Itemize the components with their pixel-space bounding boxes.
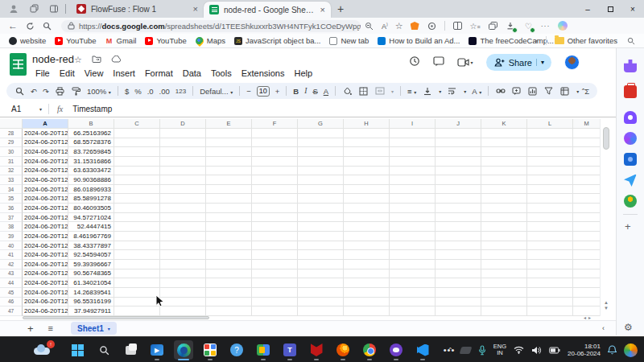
cell-empty[interactable] bbox=[114, 175, 160, 185]
cell-empty[interactable] bbox=[114, 241, 160, 251]
row-number[interactable]: 47 bbox=[0, 306, 23, 316]
contacts-icon[interactable] bbox=[624, 111, 637, 124]
cell-empty[interactable] bbox=[252, 213, 298, 223]
cell-empty[interactable] bbox=[252, 147, 298, 157]
cell-value[interactable]: 38.43377897 bbox=[68, 241, 114, 251]
google-sheets-logo[interactable] bbox=[10, 53, 27, 76]
cell-timestamp[interactable]: 2024-06-20T12:2 bbox=[23, 269, 68, 279]
cell-empty[interactable] bbox=[160, 241, 206, 251]
cell-empty[interactable] bbox=[390, 157, 436, 167]
cell-empty[interactable] bbox=[527, 213, 573, 223]
cell-empty[interactable] bbox=[390, 167, 436, 176]
cell-empty[interactable] bbox=[206, 167, 252, 176]
horizontal-scrollbar-thumb[interactable] bbox=[23, 316, 209, 320]
cell-empty[interactable] bbox=[573, 298, 600, 307]
menu-extensions[interactable]: Extensions bbox=[237, 68, 290, 79]
cell-empty[interactable] bbox=[481, 222, 527, 232]
vertical-scrollbar-thumb[interactable] bbox=[603, 127, 609, 150]
cell-empty[interactable] bbox=[573, 129, 600, 138]
cell-value[interactable]: 14.26839541 bbox=[68, 288, 114, 298]
taskbar-office-icon[interactable] bbox=[200, 340, 220, 360]
cell-empty[interactable] bbox=[481, 157, 527, 167]
cell-timestamp[interactable]: 2024-06-20T12:2 bbox=[23, 298, 68, 307]
cell-empty[interactable] bbox=[298, 232, 344, 241]
increase-decimal-button[interactable]: .00 bbox=[159, 87, 170, 96]
cell-empty[interactable] bbox=[298, 147, 344, 157]
cell-empty[interactable] bbox=[160, 157, 206, 167]
cell-empty[interactable] bbox=[481, 306, 527, 316]
share-button[interactable]: Share ▾ bbox=[486, 54, 551, 71]
insert-chart-icon[interactable] bbox=[527, 86, 538, 97]
column-header-B[interactable]: B bbox=[68, 119, 114, 129]
paint-format-icon[interactable] bbox=[71, 86, 81, 97]
cell-timestamp[interactable]: 2024-06-20T12:2 bbox=[23, 232, 68, 241]
people-widget-icon[interactable] bbox=[624, 343, 638, 357]
cell-empty[interactable] bbox=[252, 167, 298, 176]
cell-value[interactable]: 52.4447415 bbox=[68, 222, 114, 232]
cell-empty[interactable] bbox=[206, 213, 252, 223]
cell-value[interactable]: 90.56748365 bbox=[68, 269, 114, 279]
text-wrap-icon[interactable] bbox=[447, 86, 457, 97]
cell-empty[interactable] bbox=[573, 278, 600, 288]
merge-cells-icon[interactable] bbox=[374, 86, 385, 97]
version-history-icon[interactable] bbox=[409, 56, 420, 70]
taskbar-taskview-icon[interactable] bbox=[121, 340, 140, 360]
column-header-J[interactable]: J bbox=[436, 119, 481, 129]
cell-timestamp[interactable]: 2024-06-20T12:2 bbox=[23, 194, 68, 204]
borders-icon[interactable] bbox=[358, 86, 369, 97]
cell-empty[interactable] bbox=[573, 213, 600, 223]
other-favorites-button[interactable]: Other favorites bbox=[555, 36, 617, 45]
cell-empty[interactable] bbox=[436, 269, 481, 279]
formula-input[interactable]: Timestamp bbox=[72, 105, 112, 113]
cell-empty[interactable] bbox=[390, 269, 436, 279]
taskbar-start-icon[interactable] bbox=[68, 340, 87, 360]
cell-empty[interactable] bbox=[206, 269, 252, 279]
cell-empty[interactable] bbox=[436, 298, 481, 307]
cell-empty[interactable] bbox=[481, 129, 527, 138]
column-header-D[interactable]: D bbox=[160, 119, 206, 129]
cell-timestamp[interactable]: 2024-06-20T12:2 bbox=[23, 167, 68, 176]
lock-icon[interactable] bbox=[68, 21, 75, 31]
cell-timestamp[interactable]: 2024-06-20T12:2 bbox=[23, 306, 68, 316]
column-header-A[interactable]: A bbox=[23, 119, 68, 129]
select-all-corner[interactable] bbox=[0, 119, 23, 129]
copilot-icon[interactable] bbox=[558, 21, 568, 31]
bold-button[interactable]: B bbox=[293, 87, 299, 96]
cell-empty[interactable] bbox=[206, 157, 252, 167]
name-box-caret-icon[interactable]: ▾ bbox=[39, 106, 42, 112]
cell-empty[interactable] bbox=[344, 213, 390, 223]
microphone-icon[interactable] bbox=[478, 345, 486, 356]
cell-empty[interactable] bbox=[573, 232, 600, 241]
bookmark-new-tab[interactable]: New tab bbox=[329, 36, 369, 45]
cell-empty[interactable] bbox=[114, 185, 160, 195]
cell-empty[interactable] bbox=[390, 147, 436, 157]
cell-empty[interactable] bbox=[390, 194, 436, 204]
row-number[interactable]: 31 bbox=[0, 157, 23, 167]
taskbar-chrome-icon[interactable] bbox=[360, 340, 379, 360]
cell-empty[interactable] bbox=[344, 269, 390, 279]
cell-empty[interactable] bbox=[436, 306, 481, 316]
cell-empty[interactable] bbox=[390, 232, 436, 241]
cell-empty[interactable] bbox=[527, 250, 573, 260]
text-color-button[interactable]: A bbox=[324, 87, 328, 96]
cell-empty[interactable] bbox=[481, 269, 527, 279]
column-header-M[interactable]: M bbox=[573, 119, 600, 129]
cell-empty[interactable] bbox=[252, 222, 298, 232]
cell-empty[interactable] bbox=[436, 138, 481, 148]
language-indicator[interactable]: ENGIN bbox=[493, 343, 506, 356]
row-number[interactable]: 38 bbox=[0, 222, 23, 232]
tab-google-sheets[interactable]: node-red - Google Sheets × bbox=[204, 2, 331, 18]
cell-empty[interactable] bbox=[344, 204, 390, 213]
cell-empty[interactable] bbox=[573, 147, 600, 157]
url-input[interactable]: https://docs.google.com/spreadsheets/d/1… bbox=[61, 20, 361, 32]
row-number[interactable]: 30 bbox=[0, 147, 23, 157]
cell-empty[interactable] bbox=[206, 204, 252, 213]
row-number[interactable]: 45 bbox=[0, 288, 23, 298]
cell-empty[interactable] bbox=[160, 269, 206, 279]
bookmark-gmail[interactable]: MGmail bbox=[105, 36, 137, 45]
cell-empty[interactable] bbox=[252, 129, 298, 138]
cell-empty[interactable] bbox=[344, 306, 390, 316]
cell-empty[interactable] bbox=[481, 298, 527, 307]
cell-empty[interactable] bbox=[252, 241, 298, 251]
cell-empty[interactable] bbox=[481, 147, 527, 157]
